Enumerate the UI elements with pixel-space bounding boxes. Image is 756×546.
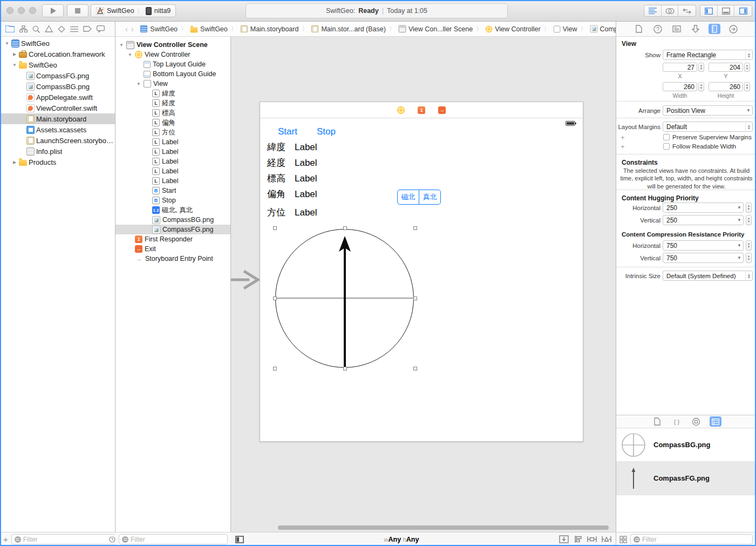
media-library-tab[interactable] [710,416,721,427]
storyboard-entry-point-arrow[interactable] [231,269,260,291]
file-template-library-tab[interactable] [651,416,663,427]
field-name-label[interactable]: 偏角 [267,188,295,200]
segment-true-north[interactable]: 真北 [419,190,440,204]
run-button[interactable] [42,4,64,17]
outline-row[interactable]: ▼ View Controller [115,50,230,59]
file-row[interactable]: ▼ SwiftGeo [0,59,115,70]
outline-row[interactable]: Label [115,147,230,157]
x-field[interactable]: 27 [663,63,697,72]
traffic-light-close[interactable] [6,7,13,14]
outline-row[interactable]: Label [115,166,230,176]
label-row[interactable]: 経度 Label [267,155,317,171]
file-row[interactable]: CompassBG.png [0,81,115,92]
recents-clock-icon[interactable] [109,536,115,543]
compass-needle-image[interactable] [335,229,355,370]
height-field[interactable]: 260 [709,82,743,91]
view-controller-canvas[interactable]: Start Stop 緯度 Label 経度 Label 標高 Label 偏角 [260,102,583,442]
symbol-navigator-icon[interactable] [19,25,28,32]
library-filter-input[interactable] [642,536,750,543]
outline-row[interactable]: 磁北, 真北 [115,205,230,215]
intrinsic-size-popup[interactable]: Default (System Defined) ▲▼ [663,271,753,281]
help-inspector-tab[interactable]: ? [652,24,664,34]
file-row[interactable]: ViewController.swift [0,103,115,113]
back-button[interactable]: ‹ [125,25,128,33]
field-value-label[interactable]: Label [295,207,317,218]
standard-editor-button[interactable] [644,5,662,16]
add-constraint-plus[interactable]: + [621,143,625,151]
align-icon[interactable] [574,535,582,543]
selection-handle-bottom-right[interactable] [413,367,417,370]
add-constraint-plus[interactable]: + [621,133,625,141]
show-popup[interactable]: Frame Rectangle ▲▼ [663,50,753,60]
disclosure-triangle[interactable]: ▼ [119,43,124,48]
label-row[interactable]: 緯度 Label [267,139,317,155]
field-name-label[interactable]: 経度 [267,157,295,169]
test-navigator-icon[interactable] [58,25,65,33]
field-value-label[interactable]: Label [295,158,317,168]
preserve-margins-checkbox[interactable] [663,134,670,140]
pin-icon[interactable] [587,535,597,543]
storyboard-canvas[interactable]: Start Stop 緯度 Label 経度 Label 標高 Label 偏角 [231,37,616,532]
outline-row[interactable]: 方位 [115,127,230,137]
traffic-light-zoom[interactable] [29,7,36,14]
resolve-auto-layout-icon[interactable] [602,535,611,543]
embed-in-stack-icon[interactable] [559,535,569,543]
layout-margins-popup[interactable]: Default ▲▼ [663,122,753,132]
compression-horizontal-stepper[interactable]: ▲▼ [746,240,752,251]
disclosure-triangle[interactable]: ▶ [12,160,17,165]
outline-row[interactable]: Storyboard Entry Point [115,254,230,264]
x-stepper[interactable]: ▲▼ [698,63,704,72]
compression-vertical-combo[interactable]: 750 ▼ [663,253,744,263]
media-item-compass-bg[interactable]: CompassBG.png [616,428,756,462]
y-field[interactable]: 204 [709,63,743,72]
find-navigator-icon[interactable] [32,25,40,33]
toggle-inspector-button[interactable] [734,5,752,16]
start-button[interactable]: Start [278,126,297,137]
selection-handle-top-right[interactable] [413,226,417,230]
outline-row[interactable]: 緯度 [115,89,230,98]
scheme-selector[interactable]: SwiftGeo 〉 nitta9 [91,4,176,17]
file-row[interactable]: ▼ SwiftGeo [0,38,115,49]
forward-button[interactable]: › [131,25,134,33]
version-editor-button[interactable] [678,5,696,16]
object-library-tab[interactable] [690,416,702,427]
outline-row[interactable]: Stop [115,196,230,205]
outline-row[interactable]: ▼ View [115,79,230,89]
north-segmented-control[interactable]: 磁北 真北 [397,190,441,205]
disclosure-triangle[interactable]: ▼ [136,82,141,86]
outline-row[interactable]: ▼ View Controller Scene [115,40,230,50]
outline-row[interactable]: Label [115,137,230,147]
compression-vertical-stepper[interactable]: ▲▼ [746,253,752,263]
breadcrumb-item[interactable]: View Controller [485,25,541,33]
connections-inspector-tab[interactable] [727,24,739,34]
identity-inspector-tab[interactable] [671,24,683,34]
selection-handle-bottom-left[interactable] [273,367,277,370]
selection-handle-bottom-center[interactable] [343,367,347,370]
readable-width-checkbox[interactable] [663,143,670,150]
outline-row[interactable]: 標高 [115,108,230,118]
navigator-filter-input[interactable] [23,536,107,543]
grid-view-icon[interactable] [619,536,627,543]
outline-row[interactable]: Start [115,186,230,196]
navigator-filter-field[interactable] [11,534,127,544]
code-snippet-library-tab[interactable]: { } [671,416,683,427]
outline-row[interactable]: Label [115,157,230,166]
file-row[interactable]: ▶ CoreLocation.framework [0,49,115,59]
label-row[interactable]: 偏角 Label [267,186,317,202]
root-view[interactable]: Start Stop 緯度 Label 経度 Label 標高 Label 偏角 [260,118,583,441]
height-stepper[interactable]: ▲▼ [744,82,750,91]
view-controller-icon[interactable] [397,106,405,114]
file-row[interactable]: Assets.xcassets [0,124,115,135]
size-class-indicator[interactable]: wAny hAny [244,536,559,543]
file-row[interactable]: Main.storyboard [0,113,115,124]
outline-row[interactable]: 偏角 [115,118,230,127]
breadcrumb-item[interactable]: View [553,25,577,33]
selection-handle-top-left[interactable] [273,226,277,230]
breadcrumb-item[interactable]: SwiftGeo [190,25,228,33]
selection-handle-top-center[interactable] [343,226,347,230]
width-stepper[interactable]: ▲▼ [698,82,704,91]
y-stepper[interactable]: ▲▼ [744,63,750,72]
attributes-inspector-tab[interactable] [690,24,701,34]
disclosure-triangle[interactable]: ▼ [127,52,133,57]
file-inspector-tab[interactable] [633,24,645,34]
